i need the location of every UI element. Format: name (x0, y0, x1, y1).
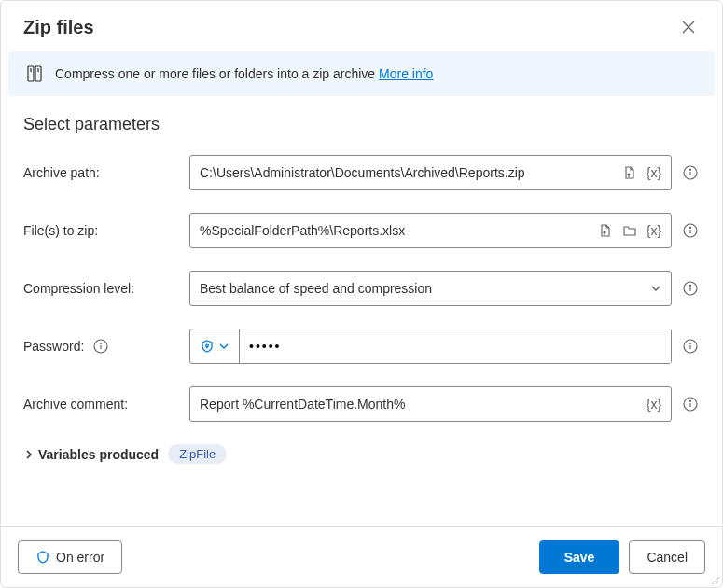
svg-point-16 (206, 344, 209, 347)
svg-point-6 (689, 169, 690, 170)
info-banner: Compress one or more files or folders in… (8, 51, 715, 96)
dialog-header: Zip files (1, 1, 722, 51)
info-icon (93, 339, 108, 354)
row-compression-level: Compression level: Best balance of speed… (23, 271, 700, 306)
svg-point-20 (689, 343, 690, 343)
label-archive-comment: Archive comment: (23, 397, 189, 412)
info-icon (683, 397, 698, 412)
row-archive-comment: Archive comment: {x} (23, 386, 700, 422)
file-arrow-icon (598, 223, 613, 238)
variable-chip-zipfile[interactable]: ZipFile (168, 444, 227, 464)
close-icon (682, 21, 695, 34)
archive-path-input[interactable] (200, 156, 620, 189)
banner-text: Compress one or more files or folders in… (55, 66, 433, 81)
dialog-title: Zip files (23, 17, 94, 38)
section-title: Select parameters (23, 115, 700, 134)
variable-picker-button[interactable]: {x} (645, 221, 663, 240)
svg-point-23 (689, 400, 690, 401)
compression-level-value: Best balance of speed and compression (200, 281, 432, 296)
folder-picker-button[interactable] (620, 221, 639, 240)
info-icon (683, 281, 698, 296)
svg-point-9 (689, 227, 690, 228)
password-mode-dropdown[interactable] (190, 329, 240, 363)
shield-outline-icon (35, 550, 50, 565)
more-info-link[interactable]: More info (379, 66, 433, 81)
resize-handle-icon (709, 574, 720, 585)
shield-icon (200, 339, 215, 354)
close-button[interactable] (677, 16, 700, 38)
variables-produced-toggle[interactable]: Variables produced (23, 447, 159, 462)
dialog-footer: On error Save Cancel (1, 526, 722, 587)
on-error-button[interactable]: On error (18, 540, 122, 574)
file-arrow-icon (622, 165, 637, 180)
file-picker-button[interactable] (596, 221, 615, 240)
info-button-compression-level[interactable] (681, 279, 700, 298)
label-files-to-zip: File(s) to zip: (23, 223, 189, 238)
archive-comment-input[interactable] (200, 387, 645, 421)
row-variables-produced: Variables produced ZipFile (23, 444, 700, 464)
row-password: Password: (23, 329, 700, 364)
info-button-password-label[interactable] (91, 337, 110, 356)
info-button-archive-comment[interactable] (681, 395, 700, 413)
variable-picker-button[interactable]: {x} (645, 163, 663, 182)
variable-picker-button[interactable]: {x} (645, 395, 663, 413)
password-input[interactable] (240, 329, 671, 363)
chevron-right-icon (23, 449, 35, 460)
row-files-to-zip: File(s) to zip: {x} (23, 213, 700, 248)
label-compression-level: Compression level: (23, 281, 189, 296)
info-button-password[interactable] (681, 337, 700, 356)
info-icon (683, 165, 698, 180)
svg-point-15 (101, 343, 102, 343)
label-password: Password: (23, 337, 189, 356)
info-button-archive-path[interactable] (681, 163, 700, 182)
zip-icon (25, 64, 44, 83)
form-content: Select parameters Archive path: {x} File… (1, 96, 722, 464)
folder-icon (622, 223, 637, 238)
file-picker-button[interactable] (620, 163, 639, 182)
cancel-button[interactable]: Cancel (629, 540, 705, 574)
row-archive-path: Archive path: {x} (23, 155, 700, 190)
chevron-down-icon (218, 341, 229, 352)
files-to-zip-input[interactable] (200, 214, 596, 247)
label-archive-path: Archive path: (23, 165, 189, 180)
info-button-files-to-zip[interactable] (681, 221, 700, 240)
compression-level-select[interactable]: Best balance of speed and compression (189, 271, 672, 306)
save-button[interactable]: Save (539, 540, 620, 574)
info-icon (683, 339, 698, 354)
chevron-down-icon (650, 283, 661, 294)
svg-point-12 (689, 285, 690, 286)
info-icon (683, 223, 698, 238)
